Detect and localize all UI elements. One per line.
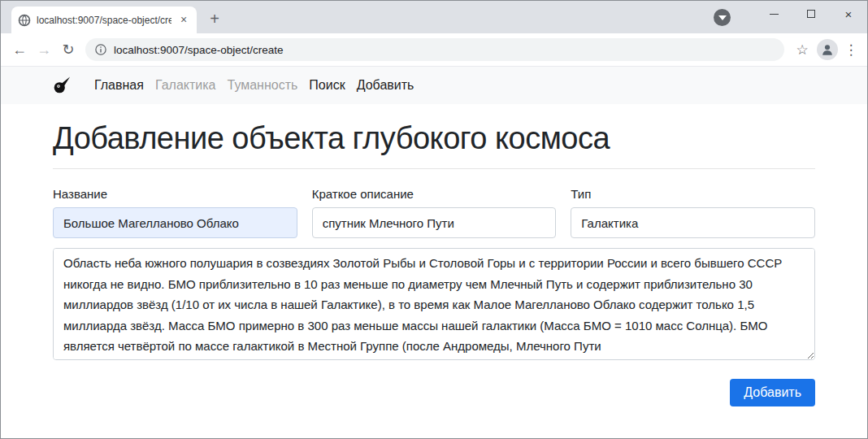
type-input[interactable] [571,207,815,238]
globe-favicon-icon [18,14,31,27]
browser-window: localhost:9007/space-object/crea × + × ←… [0,0,868,439]
maximize-icon [807,10,815,18]
close-button[interactable]: × [830,2,867,26]
comet-logo-icon[interactable] [53,76,71,94]
short-description-input[interactable] [312,207,557,238]
tab-strip: localhost:9007/space-object/crea × + × [1,1,867,33]
forward-icon[interactable]: → [32,37,56,62]
nav-link-galaxy[interactable]: Галактика [155,78,216,93]
site-navbar: Главная Галактика Туманность Поиск Добав… [1,67,867,104]
nav-links: Главная Галактика Туманность Поиск Добав… [89,78,419,93]
browser-toolbar: ← → ↻ localhost:9007/space-object/create… [1,33,867,67]
name-input[interactable] [53,207,297,238]
minimize-button[interactable] [755,2,792,26]
close-icon: × [845,8,853,20]
chrome-update-icon[interactable] [714,9,731,26]
new-tab-button[interactable]: + [203,7,226,30]
url-text[interactable]: localhost:9007/space-object/create [114,44,284,56]
title-divider [53,168,815,169]
name-label: Название [53,187,297,201]
window-controls: × [714,1,867,27]
bookmark-star-icon[interactable]: ☆ [791,41,814,59]
type-label: Тип [571,187,815,201]
field-type: Тип [571,187,815,238]
form-actions: Добавить [53,379,815,406]
nav-link-nebula[interactable]: Туманность [228,78,298,93]
field-name: Название [53,187,297,238]
add-button[interactable]: Добавить [730,379,815,406]
field-short-description: Краткое описание [312,187,557,238]
minimize-icon [770,14,779,15]
page-info-icon[interactable] [95,44,106,55]
browser-tab[interactable]: localhost:9007/space-object/crea × [11,7,197,33]
avatar-icon [820,42,835,57]
page-content: Главная Галактика Туманность Поиск Добав… [1,67,867,437]
form-fields-row: Название Краткое описание Тип [53,187,815,238]
back-icon[interactable]: ← [7,37,32,62]
address-bar[interactable]: localhost:9007/space-object/create [85,38,784,61]
tab-close-icon[interactable]: × [177,14,190,27]
nav-link-search[interactable]: Поиск [309,78,345,93]
nav-link-home[interactable]: Главная [94,78,144,93]
profile-avatar[interactable] [817,39,838,60]
menu-dots-icon[interactable]: ⋮ [841,41,861,59]
tab-title: localhost:9007/space-object/crea [37,15,171,26]
reload-icon[interactable]: ↻ [56,37,80,62]
nav-link-add[interactable]: Добавить [357,78,414,93]
short-description-label: Краткое описание [312,187,557,201]
toolbar-right: ☆ ⋮ [789,39,861,60]
maximize-button[interactable] [792,2,830,26]
page-title: Добавление объекта глубокого космоса [53,121,815,156]
description-textarea[interactable]: Область неба южного полушария в созвезди… [53,248,815,360]
